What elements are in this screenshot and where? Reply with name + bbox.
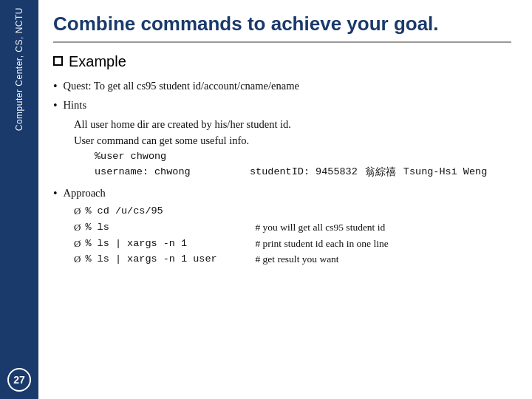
approach-row-1: Ø % ls # you will get all cs95 student i…	[74, 220, 511, 236]
studentid-label: studentID: 9455832	[250, 165, 358, 180]
oa-bullet-2: Ø	[74, 236, 81, 251]
approach-grid: Ø % cd /u/cs/95 Ø % ls # you will get al…	[53, 204, 511, 268]
approach-cmd-0: % cd /u/cs/95	[85, 204, 255, 219]
chinese-name: 翁綜禧	[365, 165, 396, 180]
approach-comment-3: # get result you want	[255, 252, 338, 267]
hint-line-1: All user home dir are created by his/her…	[74, 116, 511, 132]
section-heading: Example	[53, 53, 511, 70]
approach-comment-2: # print student id each in one line	[255, 236, 388, 252]
sidebar-label: Computer Center, CS, NCTU	[14, 7, 24, 131]
approach-row-0: Ø % cd /u/cs/95	[74, 204, 511, 219]
oa-bullet-1: Ø	[74, 220, 81, 235]
hints-label: Hints	[64, 97, 86, 113]
bullet-dot-quest: •	[53, 78, 58, 95]
content-area: • Quest: To get all cs95 student id/acco…	[53, 78, 511, 268]
username-line: username: chwong studentID: 9455832 翁綜禧 …	[53, 165, 511, 180]
section-heading-label: Example	[69, 53, 126, 70]
title-divider	[53, 41, 511, 43]
quest-item: • Quest: To get all cs95 student id/acco…	[53, 78, 511, 95]
username-row: username: chwong studentID: 9455832 翁綜禧 …	[95, 165, 511, 180]
sidebar: Computer Center, CS, NCTU 27	[0, 0, 38, 399]
oa-bullet-0: Ø	[74, 204, 81, 219]
bullet-dot-approach: •	[53, 185, 58, 202]
main-content: Combine commands to achieve your goal. E…	[38, 0, 532, 399]
square-bullet-icon	[53, 56, 63, 66]
approach-cmd-2: % ls | xargs -n 1	[85, 236, 255, 252]
approach-label: Approach	[64, 185, 106, 201]
page-number: 27	[7, 368, 31, 392]
approach-comment-1: # you will get all cs95 student id	[255, 220, 385, 236]
approach-item: • Approach	[53, 185, 511, 202]
approach-row-3: Ø % ls | xargs -n 1 user # get result yo…	[74, 252, 511, 267]
oa-bullet-3: Ø	[74, 252, 81, 267]
user-cmd-line: %user chwong	[53, 149, 511, 165]
approach-row-2: Ø % ls | xargs -n 1 # print student id e…	[74, 236, 511, 252]
approach-cmd-1: % ls	[85, 220, 255, 236]
page-title: Combine commands to achieve your goal.	[53, 13, 511, 35]
hint-line-2: User command can get some useful info.	[74, 132, 511, 149]
hints-subitems: All user home dir are created by his/her…	[53, 116, 511, 149]
bullet-dot-hints: •	[53, 97, 58, 115]
author-name: Tsung-Hsi Weng	[403, 165, 487, 180]
username-label: username: chwong	[95, 165, 242, 180]
approach-cmd-3: % ls | xargs -n 1 user	[85, 252, 255, 267]
quest-text: Quest: To get all cs95 student id/accoun…	[64, 78, 299, 94]
hints-item: • Hints	[53, 97, 511, 115]
